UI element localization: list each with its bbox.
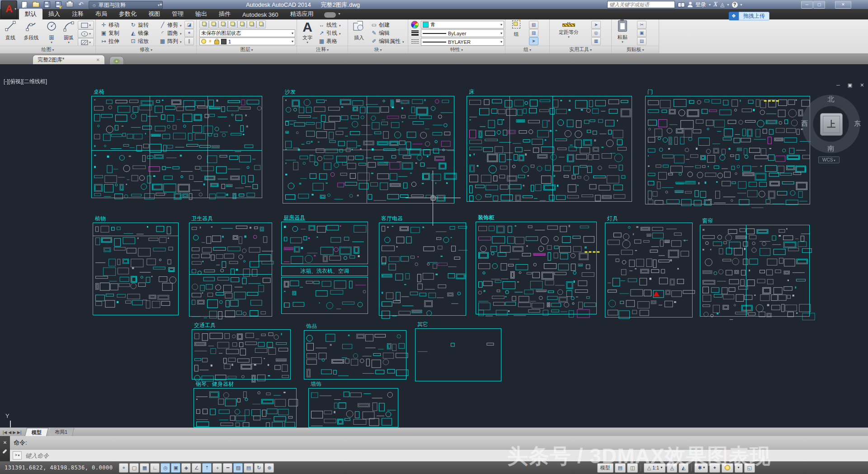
layer-match-button[interactable] [247,20,256,28]
ribbon-tab-6[interactable]: 管理 [166,9,189,19]
next-tab-icon[interactable]: ▶ [13,430,16,435]
lineweight-dropdown[interactable]: ByLayer ▾ [421,29,504,37]
cut-button[interactable]: ✂ [637,21,646,29]
ribbon-tab-0[interactable]: 默认 [19,9,42,19]
command-close-icon[interactable]: ✕ [0,440,10,445]
viewcube-south[interactable]: 南 [799,144,863,153]
arc-button[interactable]: 圆弧 ▾ [61,20,77,43]
toggle-object-snap[interactable]: ▣ [171,463,180,473]
close-button[interactable]: ✕ [835,1,851,9]
command-prompt-icon[interactable]: > [13,451,22,460]
prev-tab-icon[interactable]: ◀ [8,430,11,435]
viewport-controls[interactable]: [-][俯视][二维线框] [4,78,47,85]
layer-isolate-button[interactable] [218,20,228,28]
layer-lock-button[interactable] [237,20,247,28]
category-box-3[interactable] [645,96,810,204]
lineweight-tool-button[interactable] [410,29,419,37]
a360-caret-icon[interactable]: ▾ [727,3,729,7]
table-button[interactable]: ▦表格 [318,37,337,45]
layer-properties-button[interactable] [199,20,209,28]
explode-button[interactable]: ✶ [184,29,194,37]
panel-footer-annotation[interactable]: 注释 [297,46,348,53]
exchange-apps-icon[interactable]: X [713,1,717,8]
create-block-button[interactable]: ▭创建 [371,21,390,29]
toggle-grid-display[interactable]: ▦ [140,463,149,473]
ribbon-tab-4[interactable]: 参数化 [113,9,142,19]
category-box-7[interactable]: 冰箱、洗衣机、空调 [281,266,368,276]
toggle-snap-mode[interactable]: ▢ [129,463,139,473]
select-similar-button[interactable]: ◎ [591,29,601,37]
toggle-dynamic-input[interactable]: ＋ [212,463,222,473]
viewcube-east[interactable]: 东 [854,119,861,128]
toggle-quick-properties[interactable]: ▤ [244,463,253,473]
wcs-dropdown[interactable]: WCS [818,156,840,163]
application-menu-button[interactable]: A ▾ [1,0,17,19]
layer-state-dropdown[interactable]: 未保存的图层状态 ▾ [199,29,295,37]
layer-unlock-icon[interactable] [214,40,219,44]
toggle-transparency[interactable]: ▨ [233,463,243,473]
edit-attributes-button[interactable]: ✐编辑属性 [371,37,404,45]
toggle-polar-tracking[interactable]: ◎ [160,463,170,473]
line-button[interactable]: 直线 [1,20,19,41]
panel-footer-block[interactable]: 块 [348,46,408,53]
paste-special-button[interactable]: ▤ [637,37,646,45]
copy-button[interactable]: ▣复制 [100,29,119,37]
drawing-canvas[interactable]: [-][俯视][二维线框] ─ ▣ ✕ Y ✕ 北 南 西 东 上 WCS 桌椅… [0,64,868,427]
category-box-11[interactable] [605,223,693,318]
ribbon-tab-5[interactable]: 视图 [142,9,166,19]
last-tab-icon[interactable]: ▶| [17,430,21,435]
command-input[interactable] [24,452,216,460]
panel-footer-clipboard[interactable]: 剪贴板 [612,46,659,53]
drag-upload-badge[interactable]: ❖ 拖拽上传 [729,12,769,20]
paste-button[interactable]: 粘贴 ▾ [614,20,631,43]
toggle-lineweight-display[interactable]: ━ [223,463,232,473]
category-box-1[interactable] [283,96,454,204]
ribbon-tab-7[interactable]: 输出 [189,9,213,19]
toggle-annotation-monitor[interactable]: ⊕ [264,463,274,473]
layer-freeze-button[interactable] [228,20,237,28]
category-box-5[interactable] [189,223,272,317]
category-box-8[interactable] [281,277,368,314]
fillet-button[interactable]: ◜圆角 [159,29,182,37]
quick-select-button[interactable]: ➤ [591,21,601,29]
viewcube-west[interactable]: 西 [801,119,808,128]
panel-footer-properties[interactable]: 特性 [408,46,505,53]
insert-block-button[interactable]: 插入 [350,20,368,41]
toggle-dynamic-ucs[interactable]: ⇡ [202,463,212,473]
copy-clip-button[interactable]: ▣ [637,29,646,37]
toggle-infer-constraints[interactable]: ⌖ [119,463,128,473]
ribbon-tab-2[interactable]: 注释 [66,9,90,19]
search-binoculars-icon[interactable] [678,2,685,7]
quick-calculator-button[interactable]: ▦ [591,37,601,45]
new-drawing-tab-button[interactable] [109,56,124,65]
category-box-15[interactable] [415,328,501,381]
category-box-6[interactable] [281,222,368,264]
circle-button[interactable]: 圆 ▾ [43,20,60,43]
stretch-button[interactable]: ↦拉伸 [100,37,119,45]
ribbon-tab-10[interactable]: 精选应用 [284,9,320,19]
group-selection-toggle[interactable]: ➤ [529,37,538,45]
polyline-button[interactable]: 多段线 [20,20,42,41]
toggle-object-snap-tracking[interactable]: ∠ [192,463,201,473]
toggle-3d-object-snap[interactable]: ◈ [181,463,191,473]
search-input[interactable] [607,1,675,8]
panel-footer-groups[interactable]: 组 [505,46,549,53]
group-button[interactable]: 组 [509,20,524,38]
scale-button[interactable]: ⊡缩放 [130,37,149,45]
rectangle-button[interactable]: ▾ [78,21,94,29]
category-box-4[interactable] [93,223,179,315]
group-edit-button[interactable]: ▧ [529,21,538,29]
first-tab-icon[interactable]: |◀ [3,430,7,435]
viewport-window-buttons[interactable]: ─ ▣ ✕ [836,82,868,88]
category-box-10[interactable] [476,222,597,314]
text-button[interactable]: A 文字 ▾ [299,20,316,43]
ribbon-tab-1[interactable]: 插入 [42,9,66,19]
trim-button[interactable]: ╱修剪 [159,21,182,29]
layer-thaw-sun-icon[interactable]: ☀ [208,38,212,44]
ribbon-tab-9[interactable]: Autodesk 360 [236,10,284,19]
file-tab-close-icon[interactable]: ✕ [96,57,100,62]
mirror-button[interactable]: ◭镜像 [130,29,149,37]
ellipse-button[interactable]: ▾ [78,29,94,38]
ribbon-tab-3[interactable]: 布局 [90,9,113,19]
category-box-12[interactable] [700,225,810,317]
